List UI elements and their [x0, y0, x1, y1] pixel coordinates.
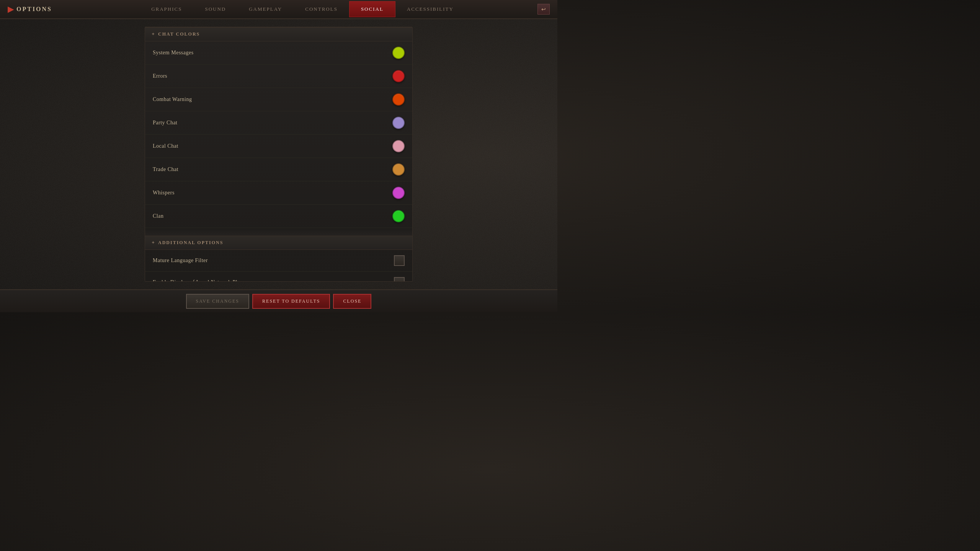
clan-label: Clan [153, 213, 163, 219]
additional-options-icon: ✦ [151, 240, 155, 246]
local-network-checkbox[interactable] [394, 277, 405, 282]
local-network-label: Enable Display of Local Network Players [153, 279, 250, 282]
chat-colors-section-header: ✦ CHAT COLORS [145, 27, 412, 41]
chat-colors-title: CHAT COLORS [158, 31, 200, 37]
clan-color[interactable] [392, 210, 405, 222]
nav-title: OPTIONS [16, 6, 52, 13]
system-messages-label: System Messages [153, 50, 194, 56]
setting-row-trade-chat: Trade Chat [145, 158, 412, 181]
additional-options-title: ADDITIONAL OPTIONS [158, 240, 223, 246]
combat-warning-label: Combat Warning [153, 96, 192, 103]
errors-label: Errors [153, 73, 167, 79]
mature-language-checkbox[interactable] [394, 255, 405, 266]
tab-accessibility[interactable]: ACCESSIBILITY [395, 1, 465, 17]
trade-chat-color[interactable] [392, 163, 405, 176]
additional-options-section-header: ✦ ADDITIONAL OPTIONS [145, 236, 412, 250]
local-chat-color[interactable] [392, 140, 405, 152]
settings-panel: ✦ CHAT COLORS System Messages Errors Com… [145, 27, 413, 282]
party-chat-label: Party Chat [153, 120, 178, 126]
system-messages-color[interactable] [392, 47, 405, 59]
combat-warning-color[interactable] [392, 93, 405, 106]
tab-gameplay[interactable]: GAMEPLAY [237, 1, 294, 17]
tab-controls[interactable]: CONTROLS [294, 1, 349, 17]
setting-row-mature-language: Mature Language Filter [145, 250, 412, 272]
tab-sound[interactable]: SOUND [193, 1, 237, 17]
party-chat-color[interactable] [392, 117, 405, 129]
whispers-color[interactable] [392, 187, 405, 199]
local-chat-label: Local Chat [153, 143, 178, 149]
setting-row-system-messages: System Messages [145, 41, 412, 65]
section-divider [145, 228, 412, 236]
chat-colors-icon: ✦ [151, 31, 155, 37]
nav-bar: ▶ OPTIONS GRAPHICS SOUND GAMEPLAY CONTRO… [0, 0, 557, 19]
nav-logo: ▶ OPTIONS [8, 5, 52, 14]
setting-row-whispers: Whispers [145, 181, 412, 205]
bottom-bar: SAVE CHANGES RESET TO DEFAULTS CLOSE [0, 289, 557, 312]
setting-row-local-chat: Local Chat [145, 135, 412, 158]
trade-chat-label: Trade Chat [153, 166, 178, 173]
close-button[interactable]: CLOSE [333, 294, 371, 309]
setting-row-combat-warning: Combat Warning [145, 88, 412, 111]
save-changes-button[interactable]: SAVE CHANGES [186, 294, 249, 309]
tab-graphics[interactable]: GRAPHICS [140, 1, 193, 17]
reset-to-defaults-button[interactable]: RESET TO DEFAULTS [252, 294, 330, 309]
logo-arrow-icon: ▶ [8, 5, 13, 14]
setting-row-errors: Errors [145, 65, 412, 88]
setting-row-party-chat: Party Chat [145, 111, 412, 135]
main-content: ✦ CHAT COLORS System Messages Errors Com… [0, 19, 557, 289]
errors-color[interactable] [392, 70, 405, 82]
nav-tabs: GRAPHICS SOUND GAMEPLAY CONTROLS SOCIAL … [67, 1, 537, 17]
setting-row-local-network: Enable Display of Local Network Players [145, 272, 412, 282]
setting-row-clan: Clan [145, 205, 412, 228]
nav-close-button[interactable]: ↩ [537, 4, 550, 15]
whispers-label: Whispers [153, 190, 175, 196]
mature-language-label: Mature Language Filter [153, 258, 208, 264]
tab-social[interactable]: SOCIAL [349, 1, 395, 17]
